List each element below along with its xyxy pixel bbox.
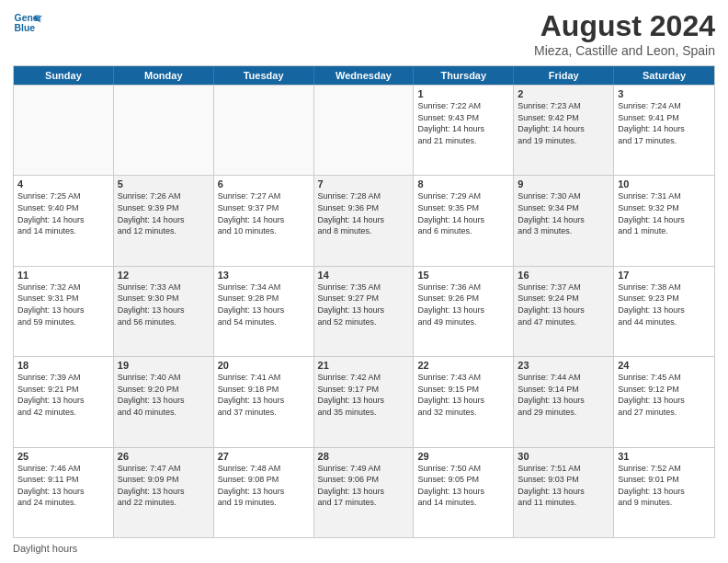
day-number: 21 [318, 360, 410, 371]
day-cell-2: 2Sunrise: 7:23 AM Sunset: 9:42 PM Daylig… [514, 86, 614, 175]
day-cell-26: 26Sunrise: 7:47 AM Sunset: 9:09 PM Dayli… [114, 448, 214, 537]
day-cell-25: 25Sunrise: 7:46 AM Sunset: 9:11 PM Dayli… [14, 448, 114, 537]
day-info: Sunrise: 7:28 AM Sunset: 9:36 PM Dayligh… [318, 190, 410, 236]
day-cell-1: 1Sunrise: 7:22 AM Sunset: 9:43 PM Daylig… [414, 86, 514, 175]
page: General Blue August 2024 Mieza, Castille… [0, 0, 728, 563]
day-info: Sunrise: 7:48 AM Sunset: 9:08 PM Dayligh… [218, 463, 310, 509]
day-cell-19: 19Sunrise: 7:40 AM Sunset: 9:20 PM Dayli… [114, 357, 214, 446]
footer: Daylight hours [13, 543, 715, 554]
day-info: Sunrise: 7:38 AM Sunset: 9:23 PM Dayligh… [618, 282, 711, 327]
week-row-4: 18Sunrise: 7:39 AM Sunset: 9:21 PM Dayli… [14, 356, 714, 446]
day-info: Sunrise: 7:26 AM Sunset: 9:39 PM Dayligh… [118, 190, 210, 236]
week-row-5: 25Sunrise: 7:46 AM Sunset: 9:11 PM Dayli… [14, 447, 714, 537]
day-number: 13 [218, 270, 310, 281]
day-info: Sunrise: 7:49 AM Sunset: 9:06 PM Dayligh… [318, 463, 410, 509]
day-number: 9 [518, 178, 609, 190]
day-number: 6 [218, 178, 310, 190]
day-number: 24 [618, 360, 711, 371]
day-cell-24: 24Sunrise: 7:45 AM Sunset: 9:12 PM Dayli… [614, 357, 714, 446]
day-number: 17 [618, 270, 711, 281]
day-info: Sunrise: 7:29 AM Sunset: 9:35 PM Dayligh… [417, 190, 509, 236]
day-info: Sunrise: 7:44 AM Sunset: 9:14 PM Dayligh… [518, 372, 609, 418]
main-title: August 2024 [534, 9, 715, 43]
day-number: 12 [118, 270, 210, 281]
day-number: 2 [518, 88, 609, 99]
calendar: SundayMondayTuesdayWednesdayThursdayFrid… [13, 65, 715, 538]
day-number: 31 [618, 451, 711, 462]
day-cell-5: 5Sunrise: 7:26 AM Sunset: 9:39 PM Daylig… [114, 176, 214, 265]
day-number: 18 [17, 360, 109, 371]
day-number: 8 [417, 178, 509, 190]
day-cell-11: 11Sunrise: 7:32 AM Sunset: 9:31 PM Dayli… [14, 267, 114, 356]
day-info: Sunrise: 7:41 AM Sunset: 9:18 PM Dayligh… [218, 372, 310, 418]
day-number: 25 [17, 451, 109, 462]
day-info: Sunrise: 7:39 AM Sunset: 9:21 PM Dayligh… [17, 372, 109, 418]
day-number: 20 [218, 360, 310, 371]
day-info: Sunrise: 7:36 AM Sunset: 9:26 PM Dayligh… [417, 282, 509, 327]
day-info: Sunrise: 7:46 AM Sunset: 9:11 PM Dayligh… [17, 463, 109, 509]
day-number: 5 [118, 178, 210, 190]
daylight-hours-label: Daylight hours [13, 543, 77, 554]
day-info: Sunrise: 7:40 AM Sunset: 9:20 PM Dayligh… [118, 372, 210, 418]
day-info: Sunrise: 7:37 AM Sunset: 9:24 PM Dayligh… [518, 282, 609, 327]
day-number: 1 [417, 88, 509, 99]
day-number: 22 [417, 360, 509, 371]
day-cell-18: 18Sunrise: 7:39 AM Sunset: 9:21 PM Dayli… [14, 357, 114, 446]
day-number: 10 [618, 178, 711, 190]
day-cell-28: 28Sunrise: 7:49 AM Sunset: 9:06 PM Dayli… [314, 448, 415, 537]
day-number: 27 [218, 451, 310, 462]
logo-icon: General Blue [13, 9, 42, 39]
day-info: Sunrise: 7:24 AM Sunset: 9:41 PM Dayligh… [618, 100, 711, 146]
title-block: August 2024 Mieza, Castille and Leon, Sp… [534, 9, 715, 58]
day-cell-12: 12Sunrise: 7:33 AM Sunset: 9:30 PM Dayli… [114, 267, 214, 356]
day-header-sunday: Sunday [14, 66, 114, 85]
day-cell-22: 22Sunrise: 7:43 AM Sunset: 9:15 PM Dayli… [414, 357, 514, 446]
day-cell-31: 31Sunrise: 7:52 AM Sunset: 9:01 PM Dayli… [614, 448, 714, 537]
week-row-1: 1Sunrise: 7:22 AM Sunset: 9:43 PM Daylig… [14, 85, 714, 175]
day-number: 4 [17, 178, 109, 190]
day-header-thursday: Thursday [414, 66, 514, 85]
day-cell-4: 4Sunrise: 7:25 AM Sunset: 9:40 PM Daylig… [14, 176, 114, 265]
calendar-body: 1Sunrise: 7:22 AM Sunset: 9:43 PM Daylig… [14, 85, 714, 537]
day-header-tuesday: Tuesday [214, 66, 314, 85]
day-info: Sunrise: 7:52 AM Sunset: 9:01 PM Dayligh… [618, 463, 711, 509]
empty-cell-0-1 [114, 86, 214, 175]
day-info: Sunrise: 7:43 AM Sunset: 9:15 PM Dayligh… [417, 372, 509, 418]
day-info: Sunrise: 7:35 AM Sunset: 9:27 PM Dayligh… [318, 282, 410, 327]
day-number: 16 [518, 270, 609, 281]
day-cell-20: 20Sunrise: 7:41 AM Sunset: 9:18 PM Dayli… [214, 357, 314, 446]
day-info: Sunrise: 7:47 AM Sunset: 9:09 PM Dayligh… [118, 463, 210, 509]
day-info: Sunrise: 7:27 AM Sunset: 9:37 PM Dayligh… [218, 190, 310, 236]
day-cell-10: 10Sunrise: 7:31 AM Sunset: 9:32 PM Dayli… [614, 176, 714, 265]
day-cell-16: 16Sunrise: 7:37 AM Sunset: 9:24 PM Dayli… [514, 267, 614, 356]
logo: General Blue [13, 9, 42, 39]
empty-cell-0-2 [214, 86, 314, 175]
day-number: 19 [118, 360, 210, 371]
day-info: Sunrise: 7:31 AM Sunset: 9:32 PM Dayligh… [618, 190, 711, 236]
day-cell-15: 15Sunrise: 7:36 AM Sunset: 9:26 PM Dayli… [414, 267, 514, 356]
day-number: 14 [318, 270, 410, 281]
day-cell-14: 14Sunrise: 7:35 AM Sunset: 9:27 PM Dayli… [314, 267, 415, 356]
day-info: Sunrise: 7:25 AM Sunset: 9:40 PM Dayligh… [17, 190, 109, 236]
day-info: Sunrise: 7:22 AM Sunset: 9:43 PM Dayligh… [417, 100, 509, 146]
week-row-3: 11Sunrise: 7:32 AM Sunset: 9:31 PM Dayli… [14, 266, 714, 356]
day-number: 7 [318, 178, 410, 190]
day-cell-8: 8Sunrise: 7:29 AM Sunset: 9:35 PM Daylig… [414, 176, 514, 265]
day-cell-23: 23Sunrise: 7:44 AM Sunset: 9:14 PM Dayli… [514, 357, 614, 446]
day-number: 15 [417, 270, 509, 281]
day-cell-30: 30Sunrise: 7:51 AM Sunset: 9:03 PM Dayli… [514, 448, 614, 537]
svg-text:Blue: Blue [15, 23, 36, 33]
day-cell-17: 17Sunrise: 7:38 AM Sunset: 9:23 PM Dayli… [614, 267, 714, 356]
day-header-saturday: Saturday [614, 66, 714, 85]
header: General Blue August 2024 Mieza, Castille… [13, 9, 715, 58]
day-number: 3 [618, 88, 711, 99]
day-info: Sunrise: 7:23 AM Sunset: 9:42 PM Dayligh… [518, 100, 609, 146]
subtitle: Mieza, Castille and Leon, Spain [534, 43, 715, 58]
day-cell-9: 9Sunrise: 7:30 AM Sunset: 9:34 PM Daylig… [514, 176, 614, 265]
day-number: 26 [118, 451, 210, 462]
day-header-monday: Monday [114, 66, 214, 85]
empty-cell-0-0 [14, 86, 114, 175]
empty-cell-0-3 [314, 86, 415, 175]
day-number: 30 [518, 451, 609, 462]
day-number: 29 [417, 451, 509, 462]
